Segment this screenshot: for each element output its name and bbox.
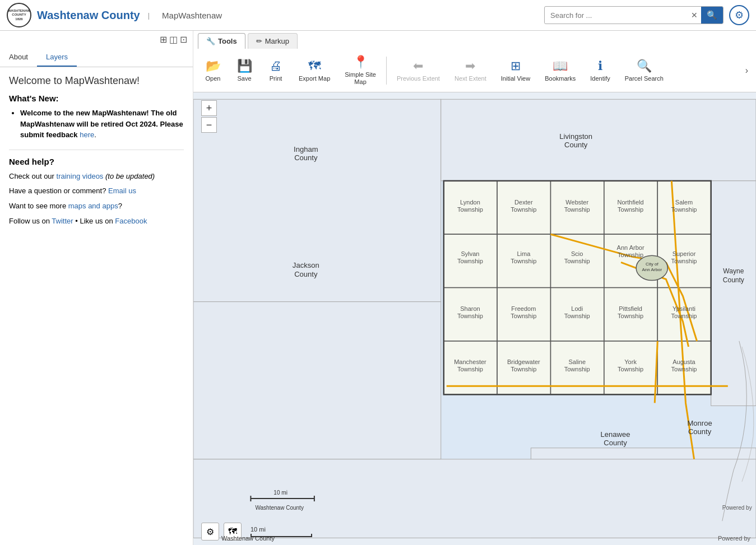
map-layers-btn[interactable]: ⚙ [201, 523, 219, 541]
svg-text:Pittsfield: Pittsfield [619, 305, 642, 312]
svg-text:Township: Township [671, 258, 697, 265]
title-separator: | [148, 11, 150, 20]
sidebar-collapse-bar: ⊞ ◫ ⊡ [0, 31, 193, 48]
next-extent-btn[interactable]: ➡ Next Extent [448, 56, 493, 85]
search-input[interactable] [545, 8, 688, 23]
svg-text:Scio: Scio [571, 251, 583, 258]
svg-text:County: County [294, 270, 318, 278]
svg-text:Washtenaw County: Washtenaw County [255, 505, 303, 511]
svg-text:Salem: Salem [675, 199, 693, 206]
parcel-search-btn[interactable]: 🔍 Parcel Search [618, 56, 670, 85]
parcel-search-icon: 🔍 [637, 59, 652, 73]
markup-label: Markup [265, 37, 289, 45]
svg-text:Webster: Webster [565, 199, 588, 206]
bookmarks-btn[interactable]: 📖 Bookmarks [538, 56, 582, 85]
toolbar-tabs: 🔧 Tools ✏ Markup [193, 31, 756, 49]
svg-text:Bridgewater: Bridgewater [507, 359, 540, 366]
zoom-out-btn[interactable]: − [201, 117, 217, 133]
print-btn[interactable]: 🖨 Print [261, 56, 291, 85]
prev-extent-icon: ⬅ [413, 59, 423, 73]
map-container: 🔧 Tools ✏ Markup 📂 Open 💾 Save [193, 31, 756, 545]
panel-icon-2[interactable]: ◫ [169, 34, 178, 45]
help-line-social: Follow us on Twitter • Like us on Facebo… [9, 216, 184, 227]
svg-text:Township: Township [618, 206, 643, 213]
prev-extent-btn[interactable]: ⬅ Previous Extent [390, 56, 447, 85]
sidebar-content: Welcome to MapWashtenaw! What's New: Wel… [0, 67, 193, 545]
svg-text:Township: Township [618, 366, 643, 373]
sidebar: ⊞ ◫ ⊡ About Layers Welcome to MapWashten… [0, 31, 193, 545]
svg-text:Monroe: Monroe [687, 419, 712, 427]
map-viewport[interactable]: Lyndon Township Dexter Township Webster … [193, 92, 756, 545]
toolbar-tab-tools[interactable]: 🔧 Tools [198, 33, 245, 49]
svg-rect-2 [441, 100, 756, 181]
simple-site-icon: 📍 [353, 55, 368, 69]
save-btn[interactable]: 💾 Save [229, 56, 259, 85]
svg-text:Ann Arbor: Ann Arbor [642, 268, 662, 273]
zoom-in-btn[interactable]: + [201, 100, 217, 116]
svg-text:Township: Township [671, 206, 697, 213]
markup-icon: ✏ [256, 37, 262, 45]
svg-text:City of: City of [646, 262, 658, 267]
svg-text:Lodi: Lodi [571, 305, 583, 312]
svg-text:Dexter: Dexter [514, 199, 533, 206]
svg-text:Township: Township [564, 206, 590, 213]
whats-new-title: What's New: [9, 94, 184, 103]
app-title: Washtenaw County [37, 9, 140, 22]
simple-site-map-btn[interactable]: 📍 Simple SiteMap [338, 52, 383, 88]
feedback-link[interactable]: here [80, 131, 94, 139]
svg-text:Powered by: Powered by [722, 505, 752, 511]
svg-text:Township: Township [511, 206, 536, 213]
export-map-btn[interactable]: 🗺 Export Map [292, 56, 337, 85]
initial-view-btn[interactable]: ⊞ Initial View [494, 56, 537, 85]
toolbar-tab-markup[interactable]: ✏ Markup [248, 33, 298, 49]
whats-new-item: Welcome to the new MapWashtenaw! The old… [20, 108, 184, 141]
powered-by-label: Powered by [718, 535, 750, 542]
tools-label: Tools [218, 37, 237, 45]
svg-text:Township: Township [618, 252, 643, 259]
svg-text:County: County [294, 153, 318, 162]
svg-rect-4 [193, 302, 441, 459]
svg-text:Lenawee: Lenawee [601, 430, 630, 439]
svg-text:Wayne: Wayne [723, 268, 744, 276]
panel-icon-3[interactable]: ⊡ [180, 34, 187, 45]
save-icon: 💾 [237, 59, 252, 73]
open-btn[interactable]: 📂 Open [198, 56, 228, 85]
svg-text:Saline: Saline [568, 359, 586, 366]
toolbar-expand-btn[interactable]: › [742, 63, 752, 78]
svg-text:Township: Township [564, 366, 590, 373]
tab-about[interactable]: About [0, 48, 37, 67]
tools-icon: 🔧 [206, 37, 215, 45]
svg-text:Township: Township [671, 313, 697, 319]
zoom-controls: + − [201, 100, 217, 133]
svg-text:Township: Township [457, 313, 483, 319]
scale-label: 10 mi [251, 526, 266, 533]
svg-text:Sharon: Sharon [460, 305, 480, 312]
maps-apps-link[interactable]: maps and apps [68, 202, 118, 210]
search-clear-btn[interactable]: ✕ [688, 8, 701, 22]
svg-text:Township: Township [564, 258, 590, 265]
whats-new-list: Welcome to the new MapWashtenaw! The old… [9, 108, 184, 141]
header: WASHTENAWCOUNTY1826 Washtenaw County | M… [0, 0, 756, 31]
svg-text:Ann Arbor: Ann Arbor [617, 245, 644, 251]
facebook-link[interactable]: Facebook [115, 217, 147, 225]
svg-text:Ypsilanti: Ypsilanti [672, 305, 695, 312]
identify-btn[interactable]: ℹ Identify [583, 56, 616, 85]
svg-text:County: County [604, 439, 627, 447]
settings-btn[interactable]: ⚙ [729, 5, 749, 25]
svg-text:Township: Township [457, 258, 483, 265]
county-attribution-label: Washtenaw County [221, 535, 275, 542]
twitter-link[interactable]: Twitter [52, 217, 73, 225]
toolbar: 🔧 Tools ✏ Markup 📂 Open 💾 Save [193, 31, 756, 92]
toolbar-buttons: 📂 Open 💾 Save 🖨 Print 🗺 Export Map 📍 [193, 49, 756, 92]
tab-layers[interactable]: Layers [37, 48, 77, 67]
svg-text:Livingston: Livingston [559, 132, 592, 141]
svg-text:Township: Township [457, 366, 483, 373]
export-icon: 🗺 [308, 59, 321, 73]
sidebar-tabs: About Layers [0, 48, 193, 67]
panel-icon-1[interactable]: ⊞ [160, 34, 167, 45]
help-line-training: Check out our training videos (to be upd… [9, 171, 184, 183]
open-icon: 📂 [206, 59, 221, 73]
training-videos-link[interactable]: training videos [57, 172, 104, 180]
email-link[interactable]: Email us [108, 187, 136, 195]
search-submit-btn[interactable]: 🔍 [701, 7, 723, 24]
